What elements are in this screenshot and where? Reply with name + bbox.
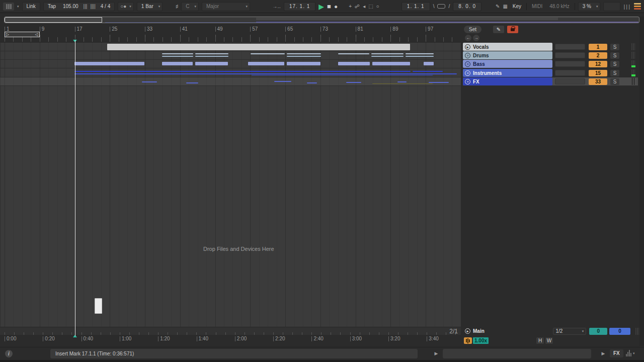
main-routing-select[interactable]: 1/2 ▾ <box>553 328 586 335</box>
track-activator-button[interactable]: 33 <box>589 78 607 85</box>
clip-segment[interactable] <box>346 82 361 83</box>
clip-segment[interactable] <box>195 62 228 65</box>
time-signature-marker[interactable]: 2/1 <box>449 328 458 335</box>
track-control-chooser[interactable] <box>555 61 585 67</box>
track-name-vocals[interactable]: ▸Vocals <box>463 43 552 51</box>
unfold-play-icon[interactable]: ▸ <box>465 44 470 50</box>
fx-play-button[interactable]: ▶ <box>600 350 607 357</box>
main-play-circle-icon[interactable]: ▸ <box>465 328 470 334</box>
back-to-arrangement-button[interactable]: ◂ <box>363 4 365 9</box>
main-volume-control[interactable]: 0 <box>609 328 630 335</box>
track-activator-button[interactable]: 1 <box>589 44 607 50</box>
automation-lock-button[interactable] <box>507 26 518 33</box>
clip-segment[interactable] <box>287 53 321 54</box>
clip-segment[interactable] <box>406 56 434 57</box>
optimize-height-button[interactable]: H <box>536 337 544 344</box>
clip-segment[interactable] <box>429 82 449 83</box>
arrangement-overview[interactable] <box>4 17 639 23</box>
loop-brace-right-icon[interactable]: ◁ <box>35 33 38 37</box>
scale-icon[interactable]: ♯ <box>176 4 178 9</box>
tempo-field[interactable]: 105.00 <box>61 4 80 9</box>
meter-display-caret-icon[interactable]: ▾ <box>633 351 635 355</box>
solo-button[interactable]: S <box>610 78 619 85</box>
clip-segment[interactable] <box>371 56 404 57</box>
right-scroll-strip[interactable] <box>639 17 644 346</box>
time-ruler[interactable]: 0:000:200:401:001:201:402:002:202:403:00… <box>0 335 461 345</box>
track-activator-button[interactable]: 2 <box>589 52 607 59</box>
track-control-chooser[interactable] <box>555 78 585 84</box>
clip-segment[interactable] <box>406 53 434 54</box>
clip-segment[interactable] <box>162 53 193 54</box>
clip-segment[interactable] <box>372 83 433 84</box>
main-track-name[interactable]: ▸ Main <box>463 327 552 335</box>
clip-segment[interactable] <box>274 81 291 82</box>
cpu-meter[interactable]: 3 % <box>581 4 593 9</box>
clip-segment[interactable] <box>107 44 410 50</box>
record-button[interactable]: ● <box>334 4 338 10</box>
clip-segment[interactable] <box>424 62 434 65</box>
clip-segment[interactable] <box>162 62 193 65</box>
capture-midi-button[interactable]: ☍ <box>355 4 360 9</box>
loop-switch[interactable] <box>437 4 445 9</box>
group-lines-icon[interactable]: ≡ <box>465 70 470 76</box>
draw-mode-pencil-icon[interactable]: ✎ <box>496 4 500 9</box>
optimize-width-button[interactable]: W <box>545 337 553 344</box>
group-lines-icon[interactable]: ≡ <box>465 53 470 58</box>
track-control-chooser[interactable] <box>555 44 585 50</box>
track-control-chooser[interactable] <box>555 52 585 58</box>
clip-segment[interactable] <box>195 53 228 54</box>
clip-segment[interactable] <box>162 56 193 57</box>
clip-segment[interactable] <box>372 62 410 65</box>
track-name-fx[interactable]: ≡FX <box>463 77 552 85</box>
clip-segment[interactable] <box>252 75 433 75</box>
playback-speed-icon[interactable] <box>464 337 472 344</box>
clip-segment[interactable] <box>371 53 404 54</box>
time-signature-field[interactable]: 4 / 4 <box>99 4 112 9</box>
clip-segment[interactable] <box>74 62 144 65</box>
solo-button[interactable]: S <box>610 52 619 59</box>
stop-button[interactable]: ■ <box>327 3 331 10</box>
automation-pencil-button[interactable]: ✎ <box>493 26 504 33</box>
tap-tempo-button[interactable]: Tap <box>46 4 58 9</box>
clip-segment[interactable] <box>74 71 411 72</box>
key-scale-field[interactable]: Major <box>204 4 221 9</box>
track-activator-button[interactable]: 12 <box>589 61 607 67</box>
preview-play-button[interactable]: ▶ <box>433 350 440 357</box>
clip-segment[interactable] <box>195 56 228 57</box>
clip-segment[interactable] <box>142 81 157 82</box>
track-lane-fx[interactable] <box>0 77 461 86</box>
computer-midi-keyboard-icon[interactable]: ▦ <box>503 4 507 9</box>
overview-view-region[interactable] <box>5 17 102 23</box>
bar-ruler[interactable]: 191725334149576573818997 ▷ ◁ <box>0 25 461 43</box>
clip-segment[interactable] <box>287 62 320 65</box>
punch-in-button[interactable]: \ <box>433 4 435 9</box>
track-name-drums[interactable]: ≡Drums <box>463 51 552 59</box>
playback-speed-value[interactable]: 1.00x <box>473 337 489 344</box>
draw-region-button[interactable]: ⬚ <box>368 4 373 9</box>
meter-display-icon[interactable] <box>626 350 631 356</box>
app-menu-icon[interactable] <box>3 3 14 11</box>
overdub-button[interactable]: + <box>349 4 352 9</box>
next-locator-button[interactable]: → <box>473 35 479 41</box>
group-lines-icon[interactable]: ≡ <box>465 79 470 84</box>
arrangement-area[interactable]: Drop Files and Devices Here <box>0 43 461 327</box>
key-map-button[interactable]: Key <box>511 4 523 9</box>
clip-segment[interactable] <box>338 62 370 65</box>
solo-button[interactable]: S <box>610 70 619 76</box>
main-track-header[interactable]: ▸ Main 1/2 ▾ 0 0 <box>463 327 640 335</box>
nudge-down-icon[interactable]: ||| <box>84 4 88 9</box>
clip-segment[interactable] <box>307 82 317 83</box>
loop-length-field[interactable]: 8. 0. 0 <box>453 2 481 11</box>
clip-segment[interactable] <box>248 62 284 65</box>
clip-segment[interactable] <box>397 81 407 82</box>
main-pan-control[interactable]: 0 <box>589 328 607 335</box>
track-name-bass[interactable]: ≡Bass <box>463 60 552 68</box>
midi-map-button[interactable]: MIDI <box>530 4 544 9</box>
track-control-chooser[interactable] <box>555 70 585 76</box>
quantize-caret-icon[interactable]: ▾ <box>158 5 160 9</box>
track-activator-button[interactable]: 15 <box>589 70 607 76</box>
solo-button[interactable]: S <box>610 44 619 50</box>
metronome-caret-icon[interactable]: ▾ <box>129 5 131 9</box>
key-root-field[interactable]: C <box>184 4 191 9</box>
punch-out-button[interactable]: / <box>448 4 450 9</box>
